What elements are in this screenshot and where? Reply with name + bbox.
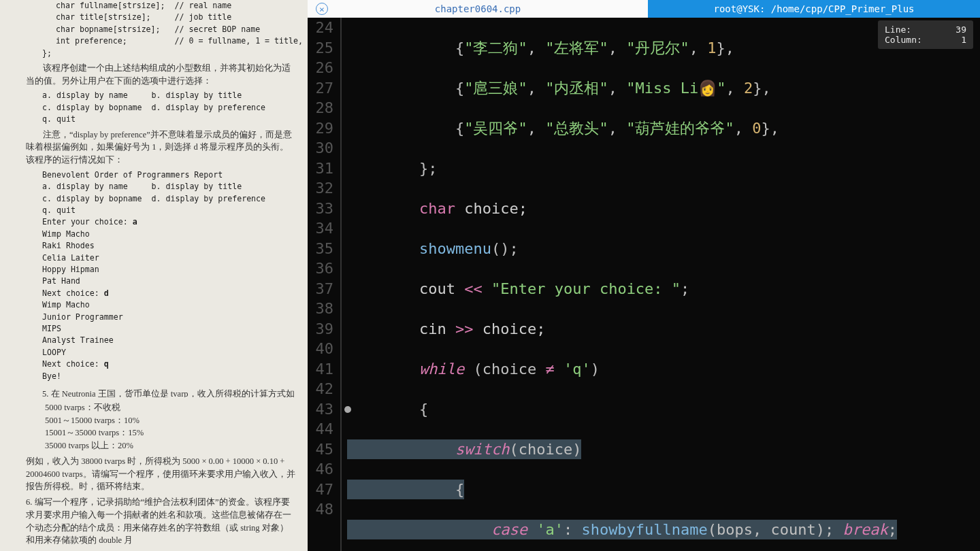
tax-line: 35000 tvarps 以上：20% — [26, 439, 295, 452]
gutter-line-number[interactable]: 31 — [308, 158, 333, 179]
gutter-line-number[interactable]: 39 — [308, 319, 333, 339]
doc-run-line: Enter your choice: a — [26, 216, 295, 228]
code-line: { — [347, 480, 980, 500]
doc-paragraph: 例如，收入为 38000 tvarps 时，所得税为 5000 × 0.00 +… — [26, 455, 295, 493]
gutter-line-number[interactable]: 40 — [308, 339, 333, 359]
doc-paragraph: 6. 编写一个程序，记录捐助给“维护合法权利团体”的资金。该程序要求月要求用户输… — [26, 496, 295, 547]
gutter-line-number[interactable]: 48 — [308, 499, 333, 520]
gutter-line-number[interactable]: 41 — [308, 359, 333, 380]
doc-run-line: Analyst Trainee — [26, 335, 295, 346]
doc-option-line: c. display by bopname d. display by pref… — [26, 102, 295, 114]
doc-run-line: Bye! — [26, 371, 295, 382]
doc-paragraph: 该程序创建一个由上述结构组成的小型数组，并将其初始化为适当的值。另外让用户在下面… — [26, 62, 295, 88]
gutter-line-number[interactable]: 34 — [308, 218, 333, 239]
doc-run-line: q. quit — [26, 205, 295, 216]
doc-run-line: Next choice: d — [26, 288, 295, 299]
gutter-line-number[interactable]: 35 — [308, 239, 333, 259]
gutter-line-number[interactable]: 26 — [308, 58, 333, 78]
tax-line: 5001～15000 tvarps：10% — [26, 414, 295, 427]
doc-run-line: Junior Programmer — [26, 312, 295, 323]
gutter-line-number[interactable]: 29 — [308, 118, 333, 139]
gutter-line-number[interactable]: 38 — [308, 299, 333, 319]
tax-line: 15001～35000 tvarps：15% — [26, 427, 295, 439]
code-body[interactable]: {"李二狗", "左将军", "丹尼尔", 1}, {"扈三娘", "内丞相",… — [342, 18, 980, 551]
gutter-line-number[interactable]: 47 — [308, 480, 333, 500]
code-line: {"吴四爷", "总教头", "葫芦娃的爷爷", 0}, — [347, 118, 980, 139]
doc-run-line: LOOPY — [26, 347, 295, 358]
gutter-line-number[interactable]: 24 — [308, 18, 333, 38]
gutter-line-number[interactable]: 43 — [308, 399, 333, 420]
doc-run-line: Wimp Macho — [26, 229, 295, 240]
code-line: }; — [347, 158, 980, 179]
line-gutter[interactable]: 2425262728293031323334353637383940414243… — [308, 18, 342, 551]
gutter-line-number[interactable]: 33 — [308, 199, 333, 219]
code-line: showmenu(); — [347, 239, 980, 259]
doc-run-line: Next choice: q — [26, 358, 295, 370]
code-line: { — [347, 399, 980, 420]
doc-run-line: MIPS — [26, 323, 295, 335]
code-area[interactable]: 2425262728293031323334353637383940414243… — [308, 18, 980, 551]
tab-bar: × chapter0604.cpp root@YSK: /home/cpp/CP… — [308, 0, 980, 18]
gutter-line-number[interactable]: 42 — [308, 379, 333, 399]
code-line: while (choice ≠ 'q') — [347, 359, 980, 380]
doc-run-line: Pat Hand — [26, 276, 295, 287]
tab-file-label: chapter0604.cpp — [435, 3, 521, 14]
document-pane[interactable]: char fullname[strsize]; // real name cha… — [0, 0, 308, 551]
code-line: cin >> choice; — [347, 319, 980, 339]
fold-handle-icon[interactable] — [344, 406, 351, 413]
doc-option-line: a. display by name b. display by title — [26, 90, 295, 101]
gutter-line-number[interactable]: 32 — [308, 178, 333, 199]
doc-next-page: 5000 tvarps：不收税 5001～15000 tvarps：10% 15… — [0, 397, 308, 551]
editor-pane: × chapter0604.cpp root@YSK: /home/cpp/CP… — [308, 0, 980, 551]
gutter-line-number[interactable]: 28 — [308, 98, 333, 118]
close-icon[interactable]: × — [316, 3, 328, 15]
code-line: switch(choice) — [347, 439, 980, 460]
doc-run-line: Wimp Macho — [26, 299, 295, 311]
gutter-line-number[interactable]: 30 — [308, 138, 333, 158]
code-line: {"李二狗", "左将军", "丹尼尔", 1}, — [347, 38, 980, 59]
doc-run-line: Hoppy Hipman — [26, 264, 295, 276]
doc-run-line: Celia Laiter — [26, 252, 295, 264]
doc-run-line: Benevolent Order of Programmers Report — [26, 169, 295, 181]
gutter-line-number[interactable]: 46 — [308, 459, 333, 480]
doc-code-line: int preference; // 0 = fullname, 1 = tit… — [26, 35, 295, 47]
doc-code-close: }; — [26, 48, 295, 59]
code-line: char choice; — [347, 199, 980, 219]
tab-terminal-label: root@YSK: /home/cpp/CPP_Primer_Plus — [713, 3, 914, 14]
doc-run-line: Raki Rhodes — [26, 240, 295, 252]
gutter-line-number[interactable]: 37 — [308, 279, 333, 299]
doc-code-line: char fullname[strsize]; // real name — [26, 0, 295, 12]
gutter-line-number[interactable]: 36 — [308, 258, 333, 279]
gutter-line-number[interactable]: 44 — [308, 419, 333, 439]
gutter-line-number[interactable]: 27 — [308, 78, 333, 99]
doc-option-line: q. quit — [26, 114, 295, 125]
code-line: {"扈三娘", "内丞相", "Miss Li👩", 2}, — [347, 78, 980, 99]
tab-file[interactable]: × chapter0604.cpp — [308, 0, 648, 18]
doc-code-line: char bopname[strsize]; // secret BOP nam… — [26, 24, 295, 35]
gutter-line-number[interactable]: 25 — [308, 38, 333, 59]
doc-run-line: c. display by bopname d. display by pref… — [26, 193, 295, 205]
doc-code-line: char title[strsize]; // job title — [26, 12, 295, 23]
doc-paragraph: 注意，“display by preference”并不意味着显示成员的偏好，而… — [26, 129, 295, 167]
tax-line: 5000 tvarps：不收税 — [26, 401, 295, 414]
gutter-line-number[interactable]: 45 — [308, 439, 333, 460]
code-line: case 'a': showbyfullname(bops, count); b… — [347, 520, 980, 540]
tab-terminal[interactable]: root@YSK: /home/cpp/CPP_Primer_Plus — [648, 0, 980, 18]
code-line: cout << "Enter your choice: "; — [347, 279, 980, 299]
doc-run-line: a. display by name b. display by title — [26, 181, 295, 193]
